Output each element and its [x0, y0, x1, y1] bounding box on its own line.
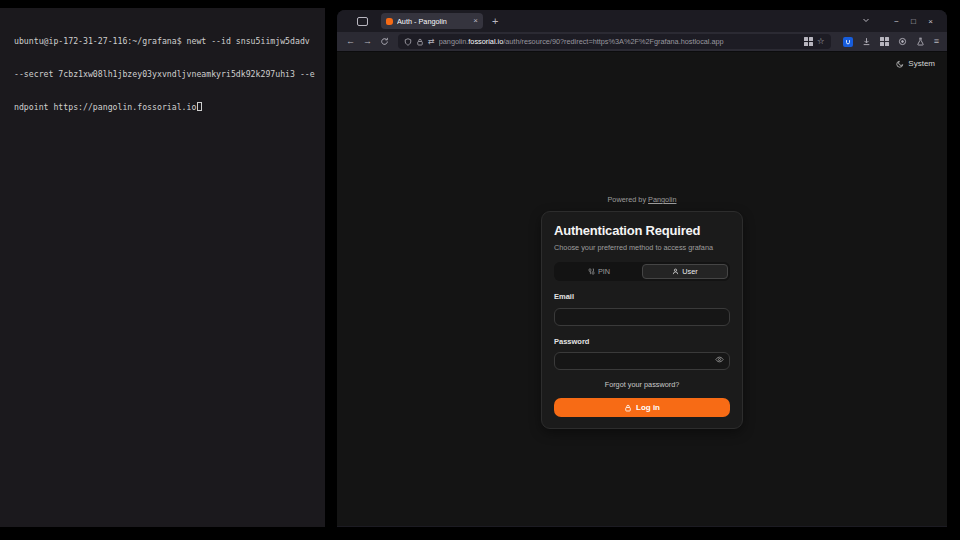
address-bar[interactable]: ⇄ pangolin.fossorial.io/auth/resource/90… — [398, 34, 831, 49]
desktop: ubuntu@ip-172-31-27-116:~/grafana$ newt … — [0, 0, 960, 540]
terminal-line: ubuntu@ip-172-31-27-116:~/grafana$ newt … — [14, 36, 319, 47]
tab-list-chevron-down-icon[interactable] — [857, 16, 874, 26]
url-domain: fossorial.io — [468, 37, 503, 46]
bookmark-star-icon[interactable]: ☆ — [817, 37, 825, 46]
card-subtitle: Choose your preferred method to access g… — [554, 243, 730, 252]
menu-hamburger-icon[interactable]: ≡ — [934, 37, 939, 46]
url-text[interactable]: pangolin.fossorial.io/auth/resource/90?r… — [439, 37, 800, 46]
tab-close-icon[interactable]: × — [473, 17, 478, 25]
terminal-window[interactable]: ubuntu@ip-172-31-27-116:~/grafana$ newt … — [0, 8, 325, 527]
binary-pin-icon — [588, 268, 595, 275]
flask-icon[interactable] — [916, 37, 925, 46]
forward-icon[interactable]: → — [360, 37, 375, 46]
password-manager-extension-icon[interactable] — [843, 37, 853, 47]
lock-icon — [416, 38, 424, 46]
forgot-password-link[interactable]: Forgot your password? — [554, 380, 730, 389]
pangolin-link[interactable]: Pangolin — [648, 195, 676, 204]
card-title: Authentication Required — [554, 223, 730, 238]
tab-pin[interactable]: PIN — [556, 264, 642, 279]
terminal-cursor — [197, 102, 202, 111]
login-button-label: Log in — [636, 403, 660, 412]
url-path: /auth/resource/90?redirect=https%3A%2F%2… — [503, 37, 723, 46]
maximize-button[interactable]: □ — [905, 17, 922, 26]
email-field-wrap — [554, 305, 730, 326]
moon-icon — [896, 60, 904, 68]
permissions-swap-icon[interactable]: ⇄ — [428, 38, 435, 46]
page-actions-grid-icon[interactable] — [804, 37, 813, 46]
user-icon — [672, 268, 679, 275]
login-lock-icon — [624, 404, 632, 412]
minimize-button[interactable]: − — [888, 17, 905, 26]
theme-toggle-label: System — [908, 59, 935, 68]
record-circle-icon[interactable] — [898, 37, 907, 46]
tab-user-label: User — [682, 267, 697, 276]
downloads-icon[interactable] — [862, 37, 871, 46]
password-label: Password — [554, 337, 730, 346]
browser-toolbar: ← → ⇄ pangolin.fossorial.io/auth/resourc… — [337, 32, 947, 52]
terminal-line: --secret 7cbz1xw08lh1jbzey03yxvndljvneam… — [14, 69, 319, 80]
auth-column: Powered by Pangolin Authentication Requi… — [541, 195, 743, 429]
powered-by-text: Powered by — [608, 195, 647, 204]
firefox-view-icon[interactable] — [357, 17, 368, 26]
pangolin-favicon-icon — [386, 18, 393, 25]
email-label: Email — [554, 292, 730, 301]
back-icon[interactable]: ← — [343, 37, 358, 46]
password-field-wrap — [554, 350, 730, 371]
shield-icon — [404, 38, 412, 46]
powered-by: Powered by Pangolin — [541, 195, 743, 204]
browser-tab-bar: Auth - Pangolin × + − □ × — [337, 10, 947, 32]
password-field[interactable] — [554, 352, 730, 370]
close-window-button[interactable]: × — [922, 17, 939, 26]
terminal-line: ndpoint https://pangolin.fossorial.io — [14, 102, 319, 113]
browser-window: Auth - Pangolin × + − □ × ← → — [337, 10, 947, 527]
reload-icon[interactable] — [377, 37, 392, 46]
toolbar-extensions: ≡ — [839, 37, 939, 47]
extensions-grid-icon[interactable] — [880, 37, 889, 46]
window-controls: − □ × — [857, 16, 939, 26]
tab-user[interactable]: User — [642, 264, 728, 279]
new-tab-button[interactable]: + — [492, 16, 498, 27]
auth-method-tabs: PIN User — [554, 262, 730, 281]
url-subdomain: pangolin. — [439, 37, 469, 46]
show-password-eye-icon[interactable] — [715, 355, 724, 364]
email-field[interactable] — [554, 308, 730, 326]
tab-auth-pangolin[interactable]: Auth - Pangolin × — [381, 13, 483, 29]
auth-card: Authentication Required Choose your pref… — [541, 211, 743, 429]
theme-toggle[interactable]: System — [896, 59, 935, 68]
login-button[interactable]: Log in — [554, 398, 730, 417]
tab-title: Auth - Pangolin — [397, 17, 469, 26]
terminal-line-text: ndpoint https://pangolin.fossorial.io — [14, 102, 196, 112]
tab-pin-label: PIN — [598, 267, 610, 276]
auth-page: System Powered by Pangolin Authenticatio… — [337, 52, 947, 526]
